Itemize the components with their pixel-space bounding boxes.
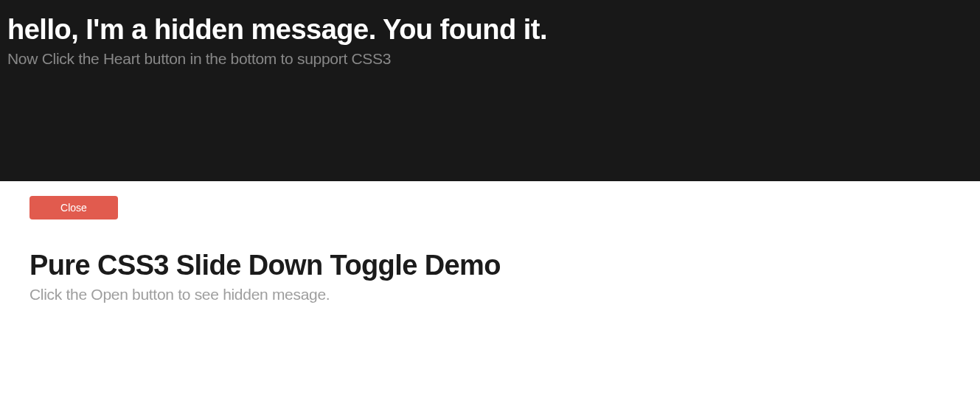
main-content: Close Pure CSS3 Slide Down Toggle Demo C… bbox=[0, 181, 980, 318]
page-title: Pure CSS3 Slide Down Toggle Demo bbox=[29, 250, 951, 281]
close-button[interactable]: Close bbox=[29, 196, 118, 219]
page-subtitle: Click the Open button to see hidden mesa… bbox=[29, 286, 951, 303]
hidden-message-subtitle: Now Click the Heart button in the bottom… bbox=[7, 50, 973, 68]
hidden-message-panel: hello, I'm a hidden message. You found i… bbox=[0, 0, 980, 181]
hidden-message-title: hello, I'm a hidden message. You found i… bbox=[7, 15, 973, 46]
